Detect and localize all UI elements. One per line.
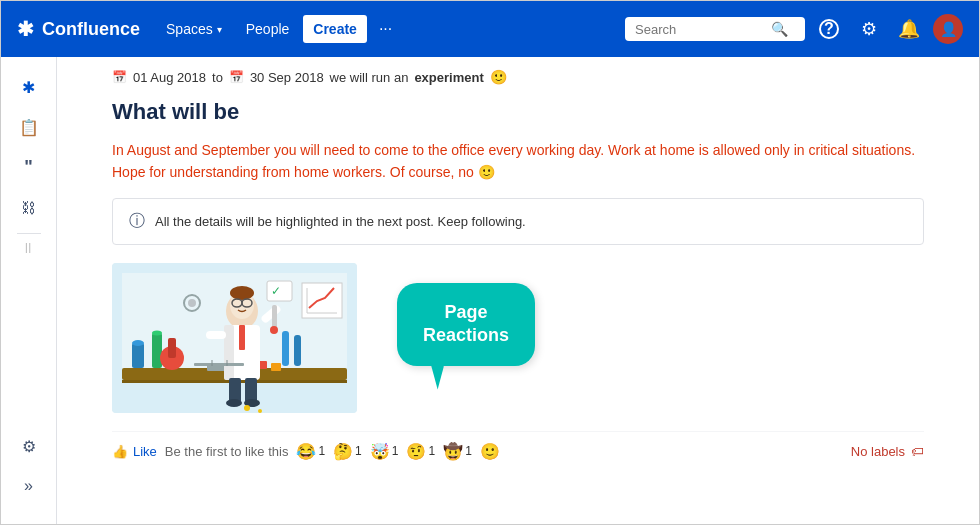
body-text: In August and September you will need to… — [112, 142, 915, 180]
svg-rect-41 — [194, 363, 244, 366]
nav-spaces[interactable]: Spaces ▾ — [156, 15, 232, 43]
help-icon: ? — [819, 19, 839, 39]
labels-area: No labels 🏷 — [851, 444, 924, 459]
chevron-down-icon: ▾ — [217, 24, 222, 35]
logo-text: Confluence — [42, 19, 140, 40]
laugh-emoji: 😂 — [296, 442, 316, 461]
search-box[interactable]: 🔍 — [625, 17, 805, 41]
svg-point-10 — [132, 340, 144, 346]
sidebar: ✱ 📋 " ⛓ || ⚙ » — [1, 57, 57, 524]
speech-bubble-container: Page Reactions — [397, 283, 535, 366]
like-button[interactable]: 👍 Like — [112, 444, 157, 459]
reaction-explode[interactable]: 🤯 1 — [370, 442, 399, 461]
create-button[interactable]: Create — [303, 15, 367, 43]
document-icon: 📋 — [19, 118, 39, 137]
gear-icon: ⚙ — [22, 437, 36, 456]
help-button[interactable]: ? — [813, 13, 845, 45]
svg-rect-14 — [168, 338, 176, 358]
cowboy-emoji: 🤠 — [443, 442, 463, 461]
sidebar-bottom: ⚙ » — [11, 428, 47, 512]
confluence-logo-icon: ✱ — [17, 17, 34, 41]
x-icon: ✱ — [22, 78, 35, 97]
no-labels-text: No labels — [851, 444, 905, 459]
svg-point-38 — [258, 409, 262, 413]
reaction-cowboy[interactable]: 🤠 1 — [443, 442, 472, 461]
tree-icon: ⛓ — [21, 199, 36, 216]
info-box: ⓘ All the details will be highlighted in… — [112, 198, 924, 245]
date-text: we will run an — [330, 70, 409, 85]
reaction-laugh[interactable]: 😂 1 — [296, 442, 325, 461]
page-reactions-tooltip: Page Reactions — [397, 283, 535, 366]
svg-point-35 — [226, 399, 242, 407]
content-inner: 📅 01 Aug 2018 to 📅 30 Sep 2018 we will r… — [88, 57, 948, 495]
page-title: What will be — [112, 99, 924, 125]
calendar-from-icon: 📅 — [112, 70, 127, 84]
search-icon: 🔍 — [771, 21, 788, 37]
think-emoji: 🤔 — [333, 442, 353, 461]
date-to: 30 Sep 2018 — [250, 70, 324, 85]
body-emoji: 🙂 — [478, 164, 495, 180]
sidebar-item-tree[interactable]: ⛓ — [11, 189, 47, 225]
svg-rect-11 — [152, 333, 162, 368]
svg-point-32 — [270, 326, 278, 334]
explode-emoji: 🤯 — [370, 442, 390, 461]
date-bold: experiment — [414, 70, 483, 85]
sidebar-expand-button[interactable]: » — [11, 468, 47, 504]
think-count: 1 — [355, 444, 362, 458]
topnav-right: 🔍 ? ⚙ 🔔 👤 — [625, 13, 963, 45]
svg-text:✓: ✓ — [271, 284, 281, 298]
svg-point-37 — [244, 405, 250, 411]
sidebar-item-pages[interactable]: 📋 — [11, 109, 47, 145]
main-layout: ✱ 📋 " ⛓ || ⚙ » — [1, 57, 979, 524]
quote-icon: " — [24, 157, 33, 178]
svg-point-40 — [188, 299, 196, 307]
svg-rect-16 — [294, 335, 301, 366]
topnav-nav: Spaces ▾ People Create ··· — [156, 14, 609, 44]
info-icon: ⓘ — [129, 211, 145, 232]
like-label: Like — [133, 444, 157, 459]
more-nav-button[interactable]: ··· — [371, 14, 400, 44]
svg-point-12 — [152, 330, 162, 335]
raise-count: 1 — [428, 444, 435, 458]
sidebar-item-quotes[interactable]: " — [11, 149, 47, 185]
avatar-initials: 👤 — [940, 21, 957, 37]
date-from: 01 Aug 2018 — [133, 70, 206, 85]
reaction-raise[interactable]: 🤨 1 — [406, 442, 435, 461]
add-reaction-icon: 🙂 — [480, 442, 500, 461]
info-text: All the details will be highlighted in t… — [155, 214, 526, 229]
search-input[interactable] — [635, 22, 765, 37]
svg-rect-19 — [271, 363, 281, 371]
user-avatar[interactable]: 👤 — [933, 14, 963, 44]
calendar-to-icon: 📅 — [229, 70, 244, 84]
reactions-bar: 👍 Like Be the first to like this 😂 1 🤔 1… — [112, 431, 924, 471]
notifications-button[interactable]: 🔔 — [893, 13, 925, 45]
reaction-think[interactable]: 🤔 1 — [333, 442, 362, 461]
logo[interactable]: ✱ Confluence — [17, 17, 140, 41]
raise-emoji: 🤨 — [406, 442, 426, 461]
settings-button[interactable]: ⚙ — [853, 13, 885, 45]
nav-people[interactable]: People — [236, 15, 300, 43]
sidebar-divider — [17, 233, 41, 234]
like-first-text: Be the first to like this — [165, 444, 289, 459]
date-emoji: 🙂 — [490, 69, 507, 85]
content-area: 📅 01 Aug 2018 to 📅 30 Sep 2018 we will r… — [57, 57, 979, 524]
speech-line1: Page — [445, 302, 488, 322]
add-reaction-button[interactable]: 🙂 — [480, 442, 500, 461]
label-tag-icon[interactable]: 🏷 — [911, 444, 924, 459]
explode-count: 1 — [392, 444, 399, 458]
svg-rect-29 — [206, 331, 226, 339]
gear-icon: ⚙ — [861, 18, 877, 40]
svg-rect-28 — [239, 325, 245, 350]
topnav: ✱ Confluence Spaces ▾ People Create ··· … — [1, 1, 979, 57]
date-to-label: to — [212, 70, 223, 85]
expand-icon: » — [24, 477, 33, 495]
sidebar-collapse-handle[interactable]: || — [25, 242, 32, 253]
speech-line2: Reactions — [423, 325, 509, 345]
laugh-count: 1 — [318, 444, 325, 458]
sidebar-settings-button[interactable]: ⚙ — [11, 428, 47, 464]
svg-rect-9 — [132, 343, 144, 368]
date-bar: 📅 01 Aug 2018 to 📅 30 Sep 2018 we will r… — [112, 69, 924, 85]
lab-image: ✓ — [112, 263, 357, 413]
bell-icon: 🔔 — [898, 18, 920, 40]
sidebar-item-home[interactable]: ✱ — [11, 69, 47, 105]
